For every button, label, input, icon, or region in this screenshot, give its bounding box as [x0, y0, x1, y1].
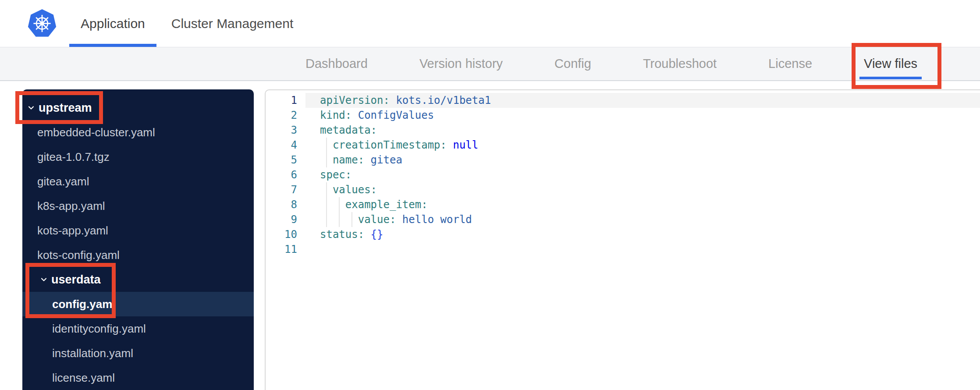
- token-str: hello world: [396, 213, 472, 226]
- app-nav-tabs: DashboardVersion historyConfigTroublesho…: [0, 47, 980, 81]
- nav-tab-label: License: [768, 57, 812, 71]
- tree-item-installation-yaml[interactable]: installation.yaml: [22, 341, 254, 365]
- token-key: creationTimestamp:: [333, 139, 447, 151]
- code-line-content: status: {}: [305, 227, 980, 242]
- token-str: ConfigValues: [352, 109, 434, 121]
- tree-item-kots-config-yaml[interactable]: kots-config.yaml: [22, 243, 254, 267]
- nav-tab-view-files[interactable]: View files: [864, 47, 917, 80]
- code-line-3: 3metadata:: [266, 123, 980, 138]
- top-tab-label: Application: [81, 16, 145, 31]
- code-line-8: 8 example_item:: [266, 197, 980, 212]
- token-key: value:: [358, 213, 396, 226]
- code-line-4: 4 creationTimestamp: null: [266, 138, 980, 152]
- code-line-content: example_item:: [305, 197, 980, 212]
- code-line-11: 11: [266, 242, 980, 257]
- code-line-content: creationTimestamp: null: [305, 138, 980, 152]
- nav-tab-license[interactable]: License: [768, 47, 812, 80]
- kots-admin-console: ApplicationCluster Management DashboardV…: [0, 0, 980, 390]
- nav-tab-config[interactable]: Config: [554, 47, 591, 80]
- tree-item-userdata[interactable]: userdata: [22, 267, 254, 292]
- file-label: embedded-cluster.yaml: [37, 126, 155, 139]
- line-number: 1: [266, 93, 305, 108]
- code-line-10: 10status: {}: [266, 227, 980, 242]
- file-label: config.yaml: [52, 298, 115, 311]
- folder-label: upstream: [39, 101, 92, 115]
- tree-item-kots-app-yaml[interactable]: kots-app.yaml: [22, 218, 254, 243]
- code-line-9: 9 value: hello world: [266, 212, 980, 227]
- token-key: kind:: [320, 109, 352, 121]
- top-tabs: ApplicationCluster Management: [69, 0, 308, 47]
- code-line-1: 1apiVersion: kots.io/v1beta1: [266, 93, 980, 108]
- file-tree: upstreamembedded-cluster.yamlgitea-1.0.7…: [22, 96, 254, 390]
- code-line-content: spec:: [305, 167, 980, 182]
- indent-guide: [326, 152, 327, 167]
- token-key: spec:: [320, 169, 352, 181]
- code-line-content: apiVersion: kots.io/v1beta1: [305, 93, 980, 108]
- tree-item-gitea-yaml[interactable]: gitea.yaml: [22, 169, 254, 194]
- line-number: 3: [266, 123, 305, 138]
- file-label: kots-config.yaml: [37, 248, 120, 262]
- indent-guide: [339, 212, 340, 227]
- nav-tab-label: Troubleshoot: [643, 57, 717, 71]
- indent-guide: [352, 212, 352, 227]
- code-line-5: 5 name: gitea: [266, 152, 980, 167]
- tree-item-embedded-cluster-yaml[interactable]: embedded-cluster.yaml: [22, 120, 254, 145]
- line-number: 8: [266, 197, 305, 212]
- token-br: {}: [364, 228, 383, 241]
- code-editor[interactable]: 1apiVersion: kots.io/v1beta12kind: Confi…: [265, 89, 980, 390]
- token-key: values:: [333, 184, 377, 196]
- line-number: 10: [266, 227, 305, 242]
- token-key: metadata:: [320, 124, 377, 136]
- top-tab-application[interactable]: Application: [69, 0, 156, 47]
- code-line-content: name: gitea: [305, 152, 980, 167]
- kubernetes-logo-icon: [27, 8, 57, 38]
- tree-item-k8s-app-yaml[interactable]: k8s-app.yaml: [22, 194, 254, 218]
- token-str: gitea: [364, 154, 402, 166]
- code-line-content: [305, 242, 980, 257]
- token-kw: null: [447, 139, 478, 151]
- token-str: kots.io/v1beta1: [390, 94, 491, 106]
- nav-tab-dashboard[interactable]: Dashboard: [305, 47, 368, 80]
- line-number: 5: [266, 152, 305, 167]
- indent-guide: [339, 197, 340, 212]
- nav-tab-label: Version history: [419, 57, 503, 71]
- code-line-content: metadata:: [305, 123, 980, 138]
- file-label: kots-app.yaml: [37, 224, 108, 238]
- nav-tab-label: View files: [864, 57, 917, 71]
- indent-guide: [326, 182, 327, 197]
- code-line-content: kind: ConfigValues: [305, 108, 980, 123]
- nav-tab-label: Dashboard: [305, 57, 368, 71]
- line-number: 11: [266, 242, 305, 257]
- file-label: identityconfig.yaml: [52, 322, 146, 336]
- code-line-content: values:: [305, 182, 980, 197]
- nav-tab-version-history[interactable]: Version history: [419, 47, 503, 80]
- file-label: gitea-1.0.7.tgz: [37, 150, 110, 164]
- line-number: 2: [266, 108, 305, 123]
- file-label: gitea.yaml: [37, 175, 89, 188]
- nav-tab-label: Config: [554, 57, 591, 71]
- code-line-6: 6spec:: [266, 167, 980, 182]
- token-key: apiVersion:: [320, 94, 390, 106]
- indent-guide: [326, 197, 327, 212]
- code-line-content: value: hello world: [305, 212, 980, 227]
- file-label: license.yaml: [52, 371, 115, 385]
- top-tab-label: Cluster Management: [171, 16, 293, 31]
- token-key: status:: [320, 228, 364, 241]
- chevron-down-icon: [28, 104, 35, 111]
- indent-guide: [326, 212, 327, 227]
- top-tab-cluster-management[interactable]: Cluster Management: [160, 0, 305, 47]
- code-line-7: 7 values:: [266, 182, 980, 197]
- tree-item-config-yaml[interactable]: config.yaml: [22, 292, 254, 316]
- tree-item-identityconfig-yaml[interactable]: identityconfig.yaml: [22, 316, 254, 341]
- tree-item-upstream[interactable]: upstream: [22, 96, 254, 120]
- editor-lines: 1apiVersion: kots.io/v1beta12kind: Confi…: [266, 93, 980, 257]
- line-number: 9: [266, 212, 305, 227]
- tree-item-license-yaml[interactable]: license.yaml: [22, 365, 254, 390]
- folder-label: userdata: [51, 273, 101, 287]
- indent-whitespace: [320, 199, 345, 211]
- indent-guide: [326, 138, 327, 152]
- nav-tab-troubleshoot[interactable]: Troubleshoot: [643, 47, 717, 80]
- tree-item-gitea-1-0-7-tgz[interactable]: gitea-1.0.7.tgz: [22, 145, 254, 169]
- chevron-down-icon: [40, 276, 47, 283]
- line-number: 4: [266, 138, 305, 152]
